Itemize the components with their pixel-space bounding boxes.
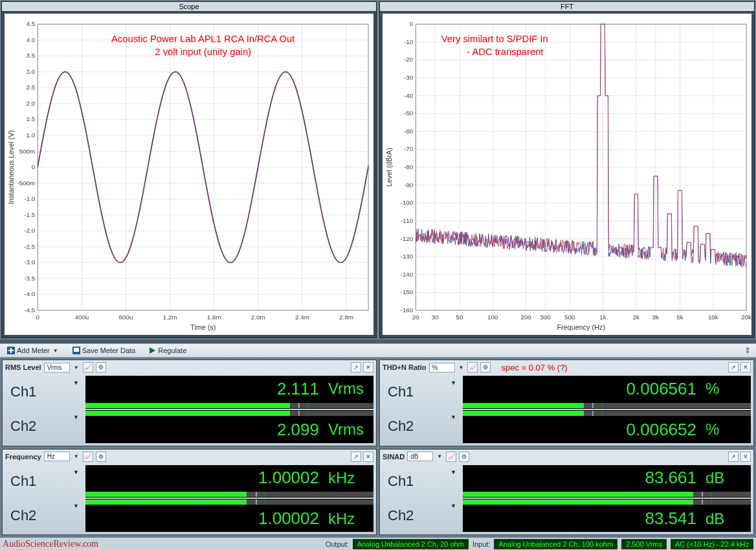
popout-icon[interactable]: ↗ [728,452,739,462]
level-value[interactable]: 2.500 Vrms [621,539,667,549]
add-meter-button[interactable]: Add Meter ▼ [3,345,64,356]
regulate-button[interactable]: Regulate [144,345,191,356]
rms-ch1-label[interactable]: Ch1▼ [5,376,83,409]
thdn-meter-name: THD+N Ratio [383,363,427,371]
close-icon[interactable]: ✕ [363,362,373,372]
play-icon [148,347,156,354]
close-icon[interactable]: ✕ [740,362,751,372]
rms-ch2-label[interactable]: Ch2▼ [5,410,83,443]
freq-ch1-label[interactable]: Ch1▼ [5,465,83,498]
freq-meter-name: Frequency [5,453,41,461]
svg-text:5k: 5k [676,314,683,321]
chevron-down-icon: ▼ [450,503,456,509]
sinad-ch2-unit: dB [706,510,744,528]
svg-text:20k: 20k [741,314,751,321]
svg-text:-20: -20 [404,56,414,63]
svg-text:Instantaneous Level (V): Instantaneous Level (V) [7,130,15,204]
fft-chart[interactable]: -160-150-140-130-120-110-100-90-80-70-60… [383,14,751,335]
svg-text:3.5: 3.5 [27,52,36,59]
scope-title: Scope [2,2,376,11]
svg-text:-500m: -500m [17,179,35,187]
thdn-ch2-unit: % [706,420,744,439]
rms-meter-name: RMS Level [5,363,41,371]
save-icon [72,347,80,354]
save-meter-label: Save Meter Data [82,347,136,354]
svg-text:-4.0: -4.0 [24,290,36,297]
close-icon[interactable]: ✕ [363,452,373,462]
sinad-ch1-value: 83.661 [645,468,696,488]
svg-text:3.0: 3.0 [27,68,36,75]
freq-ch2-value: 1.00002 [258,509,319,529]
chevron-down-icon: ▼ [72,453,80,459]
svg-text:1k: 1k [599,314,606,321]
svg-text:50: 50 [456,314,463,321]
sinad-unit-select[interactable]: dB [407,452,433,461]
svg-text:300: 300 [540,314,551,321]
svg-text:-90: -90 [404,181,414,189]
sinad-ch1-label[interactable]: Ch1▼ [383,465,460,498]
svg-text:Very similart to S/PDIF In: Very similart to S/PDIF In [441,34,548,44]
close-icon[interactable]: ✕ [740,452,751,462]
freq-unit-select[interactable]: Hz [44,452,70,461]
gear-icon[interactable]: ⚙ [459,452,469,462]
thdn-unit-select[interactable]: % [429,363,455,372]
regulate-label: Regulate [158,347,186,354]
svg-text:0: 0 [32,163,36,170]
input-value[interactable]: Analog Unbalanced 2 Ch, 100 kohm [494,539,617,549]
popout-icon[interactable]: ↗ [351,452,361,462]
popout-icon[interactable]: ↗ [728,362,739,372]
svg-text:Acoustic Power Lab APL1 RCA In: Acoustic Power Lab APL1 RCA In/RCA Out [111,34,295,44]
freq-ch2-unit: kHz [328,510,367,528]
svg-text:1.5: 1.5 [27,115,36,122]
watermark-text: AudioScienceReview.com [3,539,98,549]
freq-ch2-display: 1.00002kHz [85,499,373,532]
chevron-down-icon: ▼ [458,365,465,371]
svg-text:2.4m: 2.4m [295,314,309,321]
svg-text:-1.5: -1.5 [24,211,36,218]
svg-text:10k: 10k [708,314,718,321]
fft-panel: FFT -160-150-140-130-120-110-100-90-80-7… [379,1,755,338]
svg-text:500: 500 [564,314,575,321]
thdn-ch1-label[interactable]: Ch1▼ [383,376,460,409]
svg-text:-2.5: -2.5 [24,243,36,250]
rms-unit-select[interactable]: Vrms [44,363,70,372]
svg-text:1.6m: 1.6m [207,314,221,321]
svg-text:-150: -150 [401,288,414,295]
sinad-ch2-label[interactable]: Ch2▼ [383,499,460,532]
graph-icon[interactable]: 📈 [446,452,456,462]
graph-icon[interactable]: 📈 [83,362,93,372]
gear-icon[interactable]: ⚙ [96,452,106,462]
gear-icon[interactable]: ⚙ [480,362,491,372]
svg-text:-4.5: -4.5 [24,306,36,314]
svg-text:100: 100 [487,314,498,321]
thdn-ch1-unit: % [706,380,744,398]
svg-text:2.5: 2.5 [27,84,36,91]
freq-meter: Frequency Hz ▼ 📈 ⚙ ↗ ✕ Ch1▼ 1.00002kHz [2,449,377,536]
save-meter-button[interactable]: Save Meter Data [68,345,140,356]
svg-text:0: 0 [36,314,40,321]
rms-ch1-value: 2.111 [277,379,319,399]
graph-icon[interactable]: 📈 [467,362,478,372]
gear-icon[interactable]: ⚙ [96,362,106,372]
thdn-ch2-label[interactable]: Ch2▼ [383,410,460,443]
chevron-down-icon: ▼ [450,414,456,420]
thdn-ch2-value: 0.006652 [627,420,696,440]
chevron-down-icon: ▼ [73,380,79,386]
bandwidth-value[interactable]: AC (<10 Hz) - 22.4 kHz [671,539,753,549]
graph-icon[interactable]: 📈 [83,452,93,462]
svg-text:-1.0: -1.0 [24,195,36,202]
scope-chart[interactable]: -4.5-4.0-3.5-3.0-2.5-2.0-1.5-1.0-500m050… [5,14,373,335]
svg-text:1.0: 1.0 [27,132,36,139]
svg-text:2.0m: 2.0m [251,314,265,321]
svg-text:Level (dBrA): Level (dBrA) [385,148,393,187]
output-value[interactable]: Analog Unbalanced 2 Ch, 20 ohm [353,539,469,549]
svg-text:Time (s): Time (s) [190,323,216,331]
svg-marker-129 [150,347,155,354]
sinad-meter: SINAD dB ▼ 📈 ⚙ ↗ ✕ Ch1▼ 83.661dB [379,449,754,536]
freq-ch1-display: 1.00002kHz [85,465,373,498]
svg-text:-3.5: -3.5 [24,275,36,282]
chevron-down-icon: ▼ [450,380,456,386]
popout-icon[interactable]: ↗ [351,362,361,372]
freq-ch2-label[interactable]: Ch2▼ [5,499,83,532]
expand-icon[interactable]: ⇕ [742,346,753,355]
